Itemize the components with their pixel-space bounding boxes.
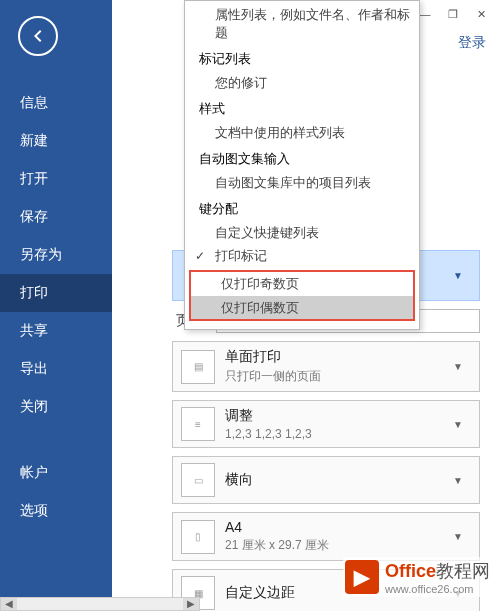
dd-odd-pages[interactable]: 仅打印奇数页 [191,272,413,296]
nav-print[interactable]: 打印 [0,274,112,312]
close-icon[interactable]: ✕ [470,5,492,23]
dd-even-pages[interactable]: 仅打印偶数页 [191,296,413,320]
nav-saveas[interactable]: 另存为 [0,236,112,274]
office-icon: ▶ [345,560,379,594]
collate-icon: ≡ [181,407,215,441]
check-icon: ✓ [195,248,205,264]
arrow-left-icon [28,26,48,46]
dd-keys-desc: 自定义快捷键列表 [185,221,419,245]
dd-keys-heading[interactable]: 键分配 [185,194,419,221]
scroll-left-icon[interactable]: ◀ [1,598,17,610]
collate-selector[interactable]: ≡ 调整1,2,3 1,2,3 1,2,3 ▼ [172,400,480,448]
print-what-dropdown: 属性列表，例如文件名、作者和标题 标记列表 您的修订 样式 文档中使用的样式列表… [184,0,420,330]
paper-selector[interactable]: ▯ A421 厘米 x 29.7 厘米 ▼ [172,512,480,561]
chevron-down-icon: ▼ [453,361,471,372]
nav-export[interactable]: 导出 [0,350,112,388]
back-button[interactable] [18,16,58,56]
dd-markup-desc: 您的修订 [185,71,419,95]
orientation-selector[interactable]: ▭ 横向 ▼ [172,456,480,504]
paper-icon: ▯ [181,520,215,554]
chevron-down-icon: ▼ [453,475,471,486]
dd-properties-desc[interactable]: 属性列表，例如文件名、作者和标题 [185,3,419,44]
dd-styles-heading[interactable]: 样式 [185,94,419,121]
dd-autotext-desc: 自动图文集库中的项目列表 [185,171,419,195]
singleside-icon: ▤ [181,350,215,384]
nav-close[interactable]: 关闭 [0,388,112,426]
chevron-down-icon: ▼ [453,531,471,542]
chevron-down-icon: ▼ [453,270,471,281]
highlight-box: 仅打印奇数页 仅打印偶数页 [189,270,415,321]
chevron-down-icon: ▼ [453,419,471,430]
nav-info[interactable]: 信息 [0,84,112,122]
backstage-sidebar: 信息 新建 打开 保存 另存为 打印 共享 导出 关闭 帐户 选项 [0,0,112,611]
scroll-right-icon[interactable]: ▶ [183,598,199,610]
signin-link[interactable]: 登录 [458,34,486,52]
sides-selector[interactable]: ▤ 单面打印只打印一侧的页面 ▼ [172,341,480,392]
horizontal-scrollbar[interactable]: ◀ ▶ [0,597,200,611]
nav-save[interactable]: 保存 [0,198,112,236]
nav-account[interactable]: 帐户 [0,454,112,492]
nav-options[interactable]: 选项 [0,492,112,530]
restore-icon[interactable]: ❐ [442,5,464,23]
print-content: 才 属性列表，例如文件名、作者和标题 标记列表 您的修订 样式 文档中使用的样式… [112,0,500,611]
nav-share[interactable]: 共享 [0,312,112,350]
nav-open[interactable]: 打开 [0,160,112,198]
dd-autotext-heading[interactable]: 自动图文集输入 [185,144,419,171]
watermark-logo: ▶ Office教程网 www.office26.com [343,557,492,597]
landscape-icon: ▭ [181,463,215,497]
dd-styles-desc: 文档中使用的样式列表 [185,121,419,145]
nav-new[interactable]: 新建 [0,122,112,160]
dd-markup-heading[interactable]: 标记列表 [185,44,419,71]
dd-printmarkup[interactable]: ✓打印标记 [185,244,419,268]
